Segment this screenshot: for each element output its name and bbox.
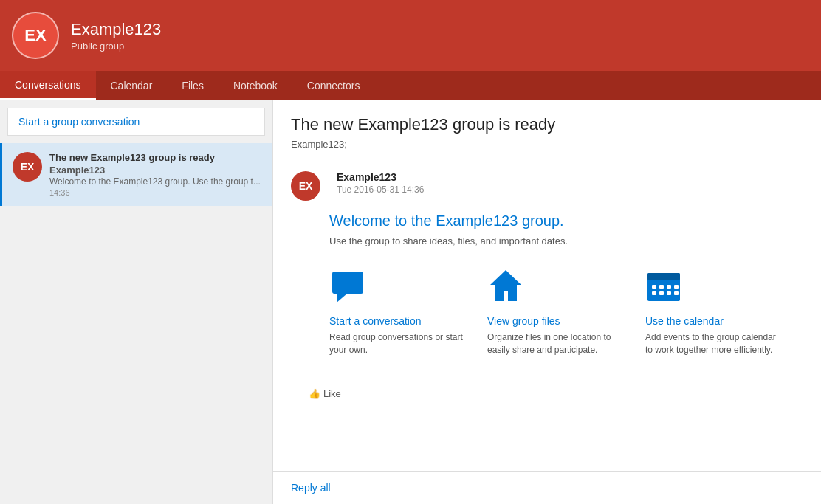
message-title: The new Example123 group is ready [291, 115, 803, 134]
avatar-large: EX [12, 12, 59, 59]
content-area: The new Example123 group is ready Exampl… [273, 100, 821, 504]
svg-rect-8 [674, 285, 679, 289]
like-button[interactable]: 👍 Like [309, 388, 341, 399]
sender-name: Example123 [337, 171, 424, 183]
view-group-files-desc: Organize files in one location to easily… [487, 331, 628, 356]
svg-rect-0 [332, 272, 363, 294]
svg-rect-5 [652, 285, 656, 289]
use-calendar-desc: Add events to the group calendar to work… [645, 331, 786, 356]
tab-connectors[interactable]: Connectors [292, 71, 375, 100]
action-card-calendar: Use the calendar Add events to the group… [645, 267, 803, 356]
welcome-sub: Use the group to share ideas, files, and… [329, 235, 803, 246]
tab-files[interactable]: Files [167, 71, 219, 100]
calendar-icon [645, 267, 786, 306]
use-calendar-link[interactable]: Use the calendar [645, 315, 786, 327]
message-recipients: Example123; [291, 139, 803, 150]
svg-rect-9 [652, 291, 656, 295]
svg-marker-1 [337, 294, 347, 303]
header-info: Example123 Public group [71, 20, 161, 52]
start-conversation-desc: Read group conversations or start your o… [329, 331, 470, 356]
like-label: Like [323, 388, 341, 399]
header: EX Example123 Public group [0, 0, 821, 71]
conv-time: 14:36 [49, 188, 262, 197]
svg-marker-2 [490, 270, 521, 301]
action-card-files: View group files Organize files in one l… [487, 267, 645, 356]
thumbs-up-icon: 👍 [309, 388, 320, 399]
group-type: Public group [71, 41, 161, 52]
conversation-item[interactable]: EX The new Example123 group is ready Exa… [0, 143, 272, 206]
conv-content: The new Example123 group is ready Exampl… [49, 152, 262, 197]
sender-date: Tue 2016-05-31 14:36 [337, 184, 424, 195]
tab-calendar[interactable]: Calendar [96, 71, 168, 100]
svg-rect-4 [647, 273, 680, 280]
view-group-files-link[interactable]: View group files [487, 315, 628, 327]
svg-rect-11 [667, 291, 671, 295]
group-name: Example123 [71, 20, 161, 39]
tab-conversations[interactable]: Conversations [0, 71, 96, 100]
message-header: The new Example123 group is ready Exampl… [273, 100, 821, 156]
message-body: EX Example123 Tue 2016-05-31 14:36 Welco… [273, 156, 821, 471]
like-row: 👍 Like [291, 379, 803, 408]
chat-icon [329, 267, 470, 306]
nav-bar: Conversations Calendar Files Notebook Co… [0, 71, 821, 100]
action-cards: Start a conversation Read group conversa… [329, 267, 803, 356]
sidebar: Start a group conversation EX The new Ex… [0, 100, 273, 504]
home-icon [487, 267, 628, 306]
tab-notebook[interactable]: Notebook [219, 71, 292, 100]
conv-title: The new Example123 group is ready [49, 152, 262, 163]
action-card-conversation: Start a conversation Read group conversa… [329, 267, 487, 356]
reply-row: Reply all [273, 471, 821, 504]
svg-rect-10 [659, 291, 664, 295]
svg-rect-6 [659, 285, 664, 289]
sender-avatar: EX [291, 171, 320, 201]
start-conversation-link[interactable]: Start a conversation [329, 315, 470, 327]
svg-rect-12 [674, 291, 679, 295]
welcome-heading: Welcome to the Example123 group. [329, 213, 803, 229]
start-group-conversation-button[interactable]: Start a group conversation [7, 108, 265, 136]
sender-row: EX Example123 Tue 2016-05-31 14:36 [291, 171, 803, 201]
conv-sender: Example123 [49, 165, 262, 176]
svg-rect-7 [667, 285, 671, 289]
conv-preview: Welcome to the Example123 group. Use the… [49, 176, 262, 187]
sender-info: Example123 Tue 2016-05-31 14:36 [337, 171, 424, 195]
main-layout: Start a group conversation EX The new Ex… [0, 100, 821, 504]
avatar: EX [13, 152, 42, 182]
reply-all-button[interactable]: Reply all [291, 482, 331, 494]
